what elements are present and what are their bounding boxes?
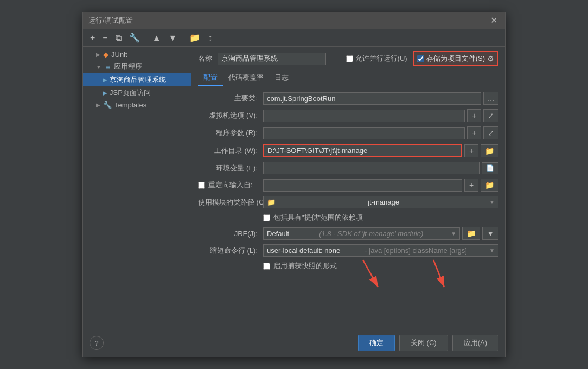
- confirm-button[interactable]: 确定: [358, 335, 395, 351]
- toolbar: + − ⧉ 🔧 ▲ ▼ 📁 ↕: [83, 29, 505, 47]
- app-icon: 🖥: [104, 63, 111, 71]
- run-icon: ▶: [103, 77, 107, 84]
- sidebar-item-jingdong[interactable]: ▶ 京淘商品管理系统: [83, 73, 191, 86]
- redirect-label-cell: 重定向输入自:: [198, 180, 263, 190]
- jre-default: Default: [267, 230, 289, 238]
- redirect-input[interactable]: [263, 179, 462, 192]
- sidebar-item-label: JSP页面访问: [110, 88, 151, 98]
- name-input[interactable]: [218, 53, 326, 65]
- workdir-input[interactable]: [263, 144, 462, 157]
- sidebar-item-templates[interactable]: ▶ 🔧 Templates: [83, 99, 191, 111]
- main-class-input[interactable]: [263, 92, 481, 105]
- sort-button[interactable]: ↕: [205, 32, 215, 44]
- include-provided-row: 包括具有"提供"范围的依赖项: [263, 213, 498, 222]
- sidebar-item-label: 应用程序: [114, 62, 142, 72]
- args-expand-button[interactable]: ⤢: [483, 126, 498, 139]
- jre-row: Default (1.8 - SDK of 'jt-manage' module…: [263, 227, 498, 240]
- main-class-row: ...: [263, 92, 498, 105]
- sidebar: ▶ ◆ JUnit ▼ 🖥 应用程序 ▶ 京淘商品管理系统 ▶ JSP页面访问: [83, 47, 191, 329]
- save-to-project-label: 存储为项目文件(S): [426, 54, 485, 63]
- run-debug-config-dialog: 运行/调试配置 ✕ + − ⧉ 🔧 ▲ ▼ 📁 ↕ ▶ ◆ JUnit ▼ 🖥 …: [82, 12, 506, 357]
- tab-coverage[interactable]: 代码覆盖率: [223, 71, 269, 86]
- vm-options-input[interactable]: [263, 110, 465, 122]
- jre-label: JRE(J):: [198, 230, 263, 238]
- main-class-label: 主要类:: [198, 93, 263, 103]
- jre-arrow-icon: ▼: [451, 231, 456, 237]
- jsp-icon: ▶: [103, 90, 107, 97]
- module-classpath-dropdown[interactable]: 📁 jt-manage ▼: [263, 196, 498, 208]
- short-cmd-arrow: ▼: [489, 247, 495, 253]
- workdir-folder-button[interactable]: 📁: [481, 144, 498, 157]
- dropdown-arrow-icon: ▼: [489, 199, 495, 205]
- jre-dropdown-button[interactable]: ▼: [482, 227, 498, 240]
- redirect-folder-button[interactable]: 📁: [481, 179, 498, 192]
- jre-folder-button[interactable]: 📁: [462, 227, 480, 240]
- sidebar-item-junit[interactable]: ▶ ◆ JUnit: [83, 49, 191, 60]
- name-label: 名称: [198, 54, 212, 63]
- config-form: 主要类: ... 虚拟机选项 (V): + ⤢ 程序参数 (R): +: [198, 92, 498, 271]
- main-panel: 名称 允许并行运行(U) 存储为项目文件(S) ⚙ 配置 代码覆盖率 日志: [191, 47, 505, 329]
- sidebar-item-app[interactable]: ▼ 🖥 应用程序: [83, 60, 191, 73]
- title-bar: 运行/调试配置 ✕: [83, 12, 505, 29]
- folder-button[interactable]: 📁: [187, 31, 203, 44]
- sidebar-item-jsp[interactable]: ▶ JSP页面访问: [83, 86, 191, 99]
- env-vars-row: 📄: [263, 162, 498, 174]
- dropdown-icon: 📁: [267, 198, 276, 206]
- allow-parallel-checkbox-row: 允许并行运行(U): [346, 54, 407, 63]
- vm-expand-button[interactable]: ⤢: [483, 109, 498, 122]
- env-file-button[interactable]: 📄: [482, 162, 498, 174]
- close-dialog-button[interactable]: 关闭 (C): [399, 335, 448, 351]
- redirect-checkbox[interactable]: [198, 182, 205, 189]
- tab-log[interactable]: 日志: [269, 71, 294, 86]
- copy-config-button[interactable]: ⧉: [113, 32, 124, 44]
- allow-parallel-checkbox[interactable]: [346, 55, 353, 62]
- vm-add-button[interactable]: +: [467, 109, 481, 122]
- redirect-add-button[interactable]: +: [464, 179, 478, 192]
- bottom-left: ?: [90, 336, 354, 350]
- close-icon[interactable]: ✕: [488, 16, 500, 25]
- save-to-project-checkbox[interactable]: [417, 55, 424, 62]
- include-provided-label: 包括具有"提供"范围的依赖项: [273, 213, 363, 222]
- separator: [146, 33, 146, 43]
- sidebar-item-label: 京淘商品管理系统: [110, 75, 166, 85]
- short-cmd-label: 缩短命令行 (L):: [198, 246, 263, 256]
- expand-icon: ▼: [96, 64, 101, 70]
- workdir-row: + 📁: [263, 144, 498, 157]
- main-class-browse-button[interactable]: ...: [483, 92, 498, 105]
- apply-button[interactable]: 应用(A): [452, 335, 498, 351]
- short-cmd-hint: - java [options] className [args]: [365, 246, 467, 255]
- program-args-input[interactable]: [263, 127, 465, 139]
- include-provided-checkbox[interactable]: [263, 214, 270, 221]
- expand-icon: ▶: [96, 102, 100, 108]
- help-button[interactable]: ?: [90, 336, 104, 350]
- expand-icon: ▶: [96, 52, 100, 58]
- module-classpath-label: 使用模块的类路径 (O):: [198, 198, 263, 207]
- workdir-add-button[interactable]: +: [464, 144, 478, 157]
- settings-button[interactable]: 🔧: [126, 31, 143, 44]
- top-row: 名称 允许并行运行(U) 存储为项目文件(S) ⚙: [198, 51, 498, 66]
- short-cmd-value: user-local default: none: [267, 246, 340, 255]
- move-down-button[interactable]: ▼: [166, 32, 180, 44]
- remove-config-button[interactable]: −: [100, 32, 110, 44]
- short-cmd-dropdown[interactable]: user-local default: none - java [options…: [263, 244, 498, 257]
- separator2: [183, 33, 183, 43]
- vm-options-row: + ⤢: [263, 109, 498, 122]
- jre-dropdown[interactable]: Default (1.8 - SDK of 'jt-manage' module…: [263, 227, 460, 240]
- bottom-bar: ? 确定 关闭 (C) 应用(A): [83, 329, 505, 357]
- program-args-label: 程序参数 (R):: [198, 128, 263, 138]
- jre-hint: (1.8 - SDK of 'jt-manage' module): [319, 230, 423, 238]
- args-add-button[interactable]: +: [467, 126, 481, 139]
- workdir-label: 工作目录 (W):: [198, 146, 263, 156]
- module-classpath-row: 📁 jt-manage ▼: [263, 196, 498, 208]
- save-to-project-row: 存储为项目文件(S) ⚙: [413, 51, 498, 66]
- dialog-title: 运行/调试配置: [88, 16, 133, 26]
- dropdown-value: jt-manage: [368, 198, 399, 206]
- capture-snapshot-checkbox[interactable]: [263, 263, 270, 270]
- add-config-button[interactable]: +: [87, 32, 98, 44]
- gear-button[interactable]: ⚙: [487, 54, 494, 63]
- tab-config[interactable]: 配置: [198, 71, 223, 86]
- redirect-label: 重定向输入自:: [208, 180, 253, 190]
- program-args-row: + ⤢: [263, 126, 498, 139]
- move-up-button[interactable]: ▲: [150, 32, 164, 44]
- env-vars-input[interactable]: [263, 162, 480, 174]
